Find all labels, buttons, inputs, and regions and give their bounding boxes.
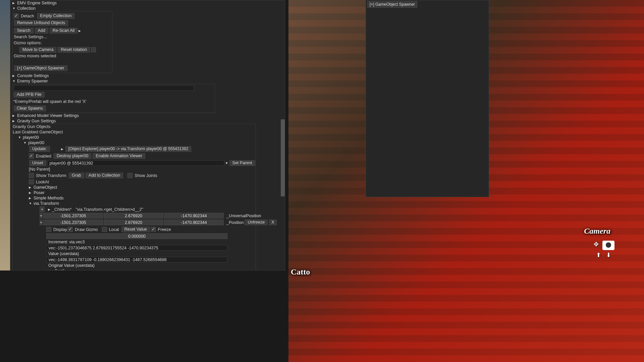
add-button[interactable]: +	[40, 220, 43, 225]
unfreeze-button[interactable]: Unfreeze	[245, 220, 268, 225]
upos-z[interactable]	[164, 213, 224, 219]
lookat-checkbox[interactable]	[29, 179, 34, 184]
collapse-icon[interactable]	[29, 201, 32, 206]
collapse-icon[interactable]	[23, 140, 27, 145]
move-camera-button[interactable]: Move to Camera	[19, 47, 56, 53]
increment-value[interactable]	[46, 233, 227, 239]
add-button[interactable]: Add	[35, 28, 48, 34]
inspector-panel: EMV Engine Settings Collection Detach Em…	[10, 0, 285, 270]
expand-icon[interactable]	[12, 119, 16, 123]
set-parent-button[interactable]: Set Parent	[229, 160, 255, 166]
grab-button[interactable]: Grab	[69, 173, 84, 178]
detach-checkbox[interactable]	[14, 13, 19, 18]
add-button[interactable]: +	[40, 206, 45, 212]
gravity-gun-header[interactable]: Gravity Gun Settings	[12, 118, 283, 124]
camera-hud-icons: ✥ ⬆ ⬇	[592, 241, 614, 259]
move-icon[interactable]: ✥	[592, 241, 600, 248]
reset-value-button[interactable]: Reset Value	[121, 227, 150, 232]
expand-icon[interactable]	[29, 196, 32, 200]
upos-x[interactable]	[43, 213, 103, 219]
show-joints-checkbox[interactable]	[127, 173, 132, 178]
arrow-up-icon[interactable]: ⬆	[595, 251, 602, 259]
no-parent-label: [No Parent]	[29, 167, 50, 172]
expand-icon[interactable]	[12, 113, 16, 118]
expand-icon[interactable]	[61, 147, 64, 151]
show-joints-label: Show Joints	[135, 173, 157, 178]
console-settings-header[interactable]: Console Settings	[12, 73, 283, 78]
add-to-collection-button[interactable]: Add to Collection	[86, 173, 123, 178]
search-settings-label[interactable]: Search Settings...	[14, 35, 47, 39]
camera-icon[interactable]	[602, 241, 614, 250]
pos-x[interactable]	[43, 220, 103, 225]
universal-position-row: + _UniversalPosition	[13, 213, 256, 219]
search-button[interactable]: Search	[14, 28, 34, 34]
object-explorer-button[interactable]: [Object Explorer] player00 -> via.Transf…	[65, 146, 192, 152]
expand-icon[interactable]	[29, 190, 32, 195]
pos-label: _Position	[224, 220, 244, 225]
expand-icon[interactable]	[48, 207, 51, 211]
show-transform-checkbox[interactable]	[29, 173, 34, 178]
local-checkbox[interactable]	[102, 227, 107, 232]
collapse-icon[interactable]	[12, 79, 16, 83]
enabled-checkbox[interactable]	[29, 154, 34, 159]
scrollbar-thumb[interactable]	[281, 119, 285, 196]
draw-gizmo-checkbox[interactable]	[68, 227, 73, 232]
clear-spawns-button[interactable]: Clear Spawns	[14, 106, 46, 111]
via-transform-tree[interactable]: via.Transform	[13, 201, 256, 206]
enhanced-model-header[interactable]: Enhanced Model Viewer Settings	[12, 113, 283, 118]
arrow-down-icon[interactable]: ⬇	[605, 251, 612, 259]
player00-tree-1[interactable]: player00	[13, 135, 256, 140]
expand-icon[interactable]	[78, 29, 82, 33]
camera-hud-label: Camera	[584, 227, 610, 236]
spawn-hint: *Enemy/Prefab will spawn at the red 'X'	[13, 99, 86, 104]
rescan-button[interactable]: Re-Scan All	[50, 28, 77, 34]
freeze-checkbox[interactable]	[151, 227, 156, 232]
enable-anim-viewer-button[interactable]: Enable Animation Viewer	[93, 153, 145, 159]
expand-icon[interactable]	[50, 268, 54, 270]
empty-collection-button[interactable]: Empty Collection	[37, 13, 75, 19]
simple-methods-tree[interactable]: Simple Methods	[13, 195, 256, 201]
gameobject-spawner-button[interactable]: [+] GameObject Spawner	[14, 65, 67, 71]
x-button[interactable]: X	[269, 220, 276, 225]
emv-section-header[interactable]: EMV Engine Settings	[12, 0, 283, 6]
lua-tree[interactable]: [Lua]	[13, 268, 256, 270]
enemy-spawner-header[interactable]: Enemy Spawner	[12, 78, 283, 84]
collapse-icon[interactable]	[18, 135, 21, 140]
player00-tree-2[interactable]: player00	[13, 140, 256, 145]
local-label: Local	[109, 227, 119, 232]
pos-y[interactable]	[104, 220, 163, 225]
aux-gameobject-spawner-button[interactable]: [+] GameObject Spawner	[367, 1, 417, 8]
vec2-input[interactable]	[46, 257, 227, 262]
enabled-label: Enabled	[36, 154, 51, 159]
gizmo-moves-checkbox[interactable]	[91, 47, 96, 52]
poser-tree[interactable]: Poser	[13, 190, 256, 195]
destroy-button[interactable]: Destroy player00	[54, 153, 92, 159]
last-grabbed-label: Last Grabbed GameObject	[13, 130, 63, 134]
remove-unfound-button[interactable]: Remove Unfound Objects	[14, 20, 68, 26]
add-pfb-button[interactable]: Add PFB File	[14, 92, 45, 98]
expand-icon[interactable]	[12, 1, 16, 5]
display-checkbox[interactable]	[46, 227, 51, 232]
pfb-path-input[interactable]	[13, 85, 194, 91]
detach-label: Detach	[21, 14, 34, 18]
vec1-input[interactable]	[46, 245, 227, 251]
object-address-input[interactable]	[47, 160, 224, 166]
gameobject-tree[interactable]: GameObject	[13, 185, 256, 190]
unset-button[interactable]: Unset	[29, 160, 46, 166]
orig-value-label: Original Value (userdata)	[46, 263, 95, 268]
show-transform-label: Show Transform	[36, 173, 66, 178]
dropdown-icon[interactable]: ▼	[225, 161, 228, 165]
upos-y[interactable]	[104, 213, 163, 219]
lookat-label: LookAt	[36, 180, 49, 184]
collection-section-header[interactable]: Collection	[12, 6, 283, 11]
expand-icon[interactable]	[29, 185, 32, 190]
add-button[interactable]: +	[40, 213, 43, 219]
draw-gizmo-label: Draw Gizmo	[75, 227, 98, 232]
children-value: "via.Transform.<get_Children>d__2"	[75, 207, 143, 212]
reset-rotation-button[interactable]: Reset rotation	[58, 47, 90, 53]
collapse-icon[interactable]	[12, 6, 16, 11]
pos-z[interactable]	[164, 220, 224, 225]
freeze-label: Freeze	[158, 227, 171, 232]
expand-icon[interactable]	[12, 73, 16, 78]
update-button[interactable]: Update:	[29, 146, 50, 152]
